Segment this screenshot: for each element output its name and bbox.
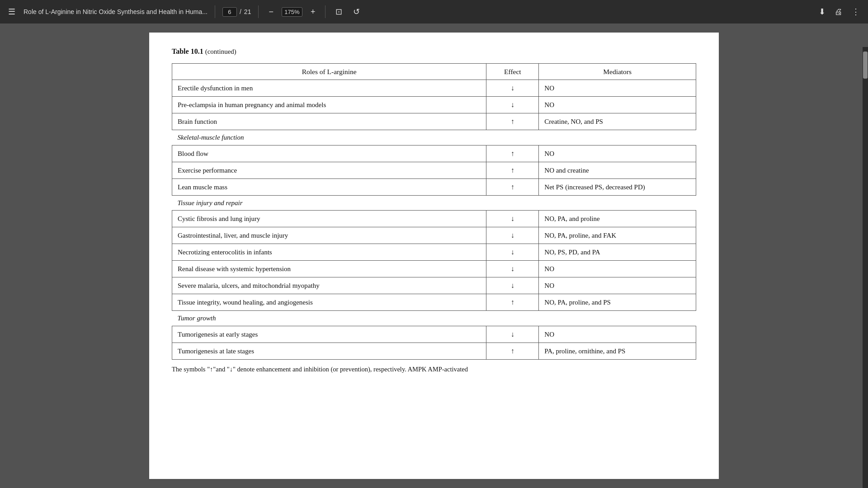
role-cell: Tumorigenesis at early stages xyxy=(172,326,486,343)
italic-section-label: Tumor growth xyxy=(172,311,696,326)
role-cell: Tumorigenesis at late stages xyxy=(172,343,486,359)
table-title: Table 10.1 (continued) xyxy=(172,46,696,57)
effect-cell: ↑ xyxy=(486,343,539,359)
table-row: Renal disease with systemic hypertension… xyxy=(172,261,696,277)
fit-button[interactable]: ⊡ xyxy=(333,5,345,19)
scrollbar-thumb[interactable] xyxy=(863,52,868,79)
download-button[interactable]: ⬇ xyxy=(816,5,828,19)
effect-cell: ↑ xyxy=(486,162,539,178)
page-total: 21 xyxy=(244,8,251,15)
mediators-cell: NO, PA, proline, and PS xyxy=(539,294,696,311)
mediators-cell: NO xyxy=(539,80,696,97)
mediators-cell: NO xyxy=(539,326,696,343)
role-cell: Blood flow xyxy=(172,145,486,162)
role-cell: Pre-eclampsia in human pregnancy and ani… xyxy=(172,97,486,113)
separator-3 xyxy=(325,5,326,18)
zoom-input[interactable] xyxy=(282,7,302,17)
header-roles: Roles of L-arginine xyxy=(172,64,486,80)
role-cell: Gastrointestinal, liver, and muscle inju… xyxy=(172,227,486,244)
effect-cell: ↓ xyxy=(486,211,539,227)
page-number-input[interactable] xyxy=(222,7,237,17)
table-row: Gastrointestinal, liver, and muscle inju… xyxy=(172,227,696,244)
toolbar: ☰ Role of L-Arginine in Nitric Oxide Syn… xyxy=(0,0,868,23)
mediators-cell: Creatine, NO, and PS xyxy=(539,113,696,130)
table-row: Blood flow↑NO xyxy=(172,145,696,162)
header-effect: Effect xyxy=(486,64,539,80)
role-cell: Brain function xyxy=(172,113,486,130)
role-cell: Exercise performance xyxy=(172,162,486,178)
zoom-in-button[interactable]: + xyxy=(308,5,318,19)
effect-cell: ↓ xyxy=(486,326,539,343)
footnote: The symbols "↑"and "↓" denote enhancemen… xyxy=(172,364,696,374)
table-number: Table 10.1 xyxy=(172,47,203,55)
table-row: Cystic fibrosis and lung injury↓NO, PA, … xyxy=(172,211,696,227)
table-row: Severe malaria, ulcers, and mitochondria… xyxy=(172,277,696,294)
effect-cell: ↓ xyxy=(486,227,539,244)
more-button[interactable]: ⋮ xyxy=(849,5,863,19)
role-cell: Lean muscle mass xyxy=(172,178,486,195)
effect-cell: ↑ xyxy=(486,294,539,311)
zoom-area xyxy=(282,7,302,17)
table-row: Tumor growth xyxy=(172,311,696,326)
effect-cell: ↑ xyxy=(486,145,539,162)
effect-cell: ↓ xyxy=(486,244,539,261)
table-row: Necrotizing enterocolitis in infants↓NO,… xyxy=(172,244,696,261)
table-header-row: Roles of L-arginine Effect Mediators xyxy=(172,64,696,80)
separator-2 xyxy=(258,5,259,18)
scrollbar-track xyxy=(863,47,868,488)
mediators-cell: Net PS (increased PS, decreased PD) xyxy=(539,178,696,195)
mediators-cell: NO xyxy=(539,97,696,113)
print-button[interactable]: 🖨 xyxy=(832,5,845,19)
table-row: Skeletal-muscle function xyxy=(172,130,696,145)
role-cell: Cystic fibrosis and lung injury xyxy=(172,211,486,227)
header-mediators: Mediators xyxy=(539,64,696,80)
separator-1 xyxy=(215,5,215,18)
table-row: Tissue injury and repair xyxy=(172,195,696,211)
effect-cell: ↓ xyxy=(486,261,539,277)
table-continued: (continued) xyxy=(205,48,236,55)
table-row: Lean muscle mass↑Net PS (increased PS, d… xyxy=(172,178,696,195)
role-cell: Erectile dysfunction in men xyxy=(172,80,486,97)
role-cell: Severe malaria, ulcers, and mitochondria… xyxy=(172,277,486,294)
role-cell: Renal disease with systemic hypertension xyxy=(172,261,486,277)
table-row: Erectile dysfunction in men↓NO xyxy=(172,80,696,97)
italic-section-label: Skeletal-muscle function xyxy=(172,130,696,145)
zoom-out-button[interactable]: − xyxy=(266,5,276,19)
table-row: Tissue integrity, wound healing, and ang… xyxy=(172,294,696,311)
table-row: Exercise performance↑NO and creatine xyxy=(172,162,696,178)
page-navigation: / 21 xyxy=(222,7,251,17)
table-row: Brain function↑Creatine, NO, and PS xyxy=(172,113,696,130)
mediators-cell: NO xyxy=(539,145,696,162)
effect-cell: ↓ xyxy=(486,80,539,97)
document-title: Role of L-Arginine in Nitric Oxide Synth… xyxy=(24,8,208,15)
main-table: Roles of L-arginine Effect Mediators Ere… xyxy=(172,63,696,360)
mediators-cell: NO xyxy=(539,277,696,294)
menu-button[interactable]: ☰ xyxy=(5,5,18,19)
mediators-cell: NO and creatine xyxy=(539,162,696,178)
mediators-cell: NO, PA, and proline xyxy=(539,211,696,227)
role-cell: Necrotizing enterocolitis in infants xyxy=(172,244,486,261)
italic-section-label: Tissue injury and repair xyxy=(172,195,696,211)
effect-cell: ↓ xyxy=(486,97,539,113)
history-button[interactable]: ↺ xyxy=(350,5,363,19)
mediators-cell: NO xyxy=(539,261,696,277)
mediators-cell: PA, proline, ornithine, and PS xyxy=(539,343,696,359)
role-cell: Tissue integrity, wound healing, and ang… xyxy=(172,294,486,311)
effect-cell: ↑ xyxy=(486,178,539,195)
effect-cell: ↑ xyxy=(486,113,539,130)
mediators-cell: NO, PA, proline, and FAK xyxy=(539,227,696,244)
table-row: Tumorigenesis at early stages↓NO xyxy=(172,326,696,343)
toolbar-right: ⬇ 🖨 ⋮ xyxy=(816,5,863,19)
page-content: Table 10.1 (continued) Roles of L-argini… xyxy=(149,33,719,479)
table-row: Tumorigenesis at late stages↑PA, proline… xyxy=(172,343,696,359)
effect-cell: ↓ xyxy=(486,277,539,294)
page-separator: / xyxy=(240,8,241,15)
table-row: Pre-eclampsia in human pregnancy and ani… xyxy=(172,97,696,113)
document-area: Table 10.1 (continued) Roles of L-argini… xyxy=(0,23,868,488)
mediators-cell: NO, PS, PD, and PA xyxy=(539,244,696,261)
